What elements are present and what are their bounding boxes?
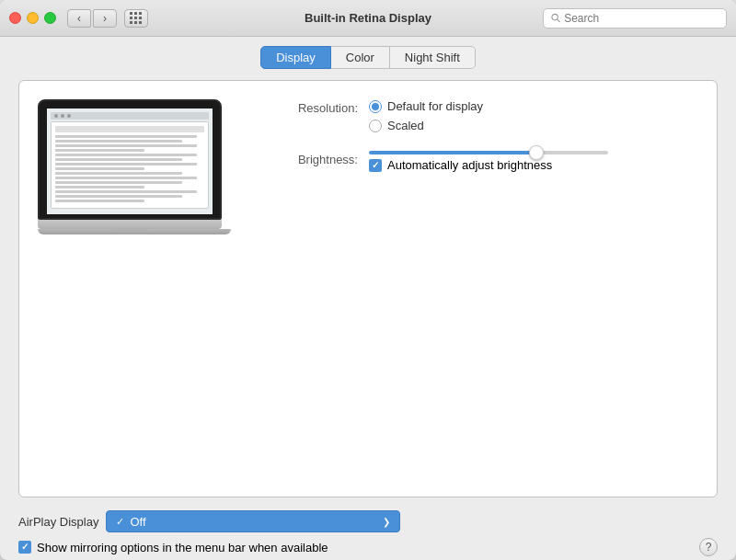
screen-window-bar [55, 126, 204, 132]
dropdown-arrow-icon: ❯ [383, 517, 390, 527]
forward-button[interactable]: › [93, 9, 117, 28]
forward-icon: › [103, 12, 107, 25]
close-button[interactable] [9, 12, 21, 24]
grid-menu-button[interactable] [124, 9, 148, 28]
laptop-screen-outer [38, 99, 222, 220]
window: ‹ › Built-in Retina Display Displ [0, 0, 736, 560]
screen-window [51, 121, 209, 209]
airplay-value: Off [130, 515, 377, 529]
nav-buttons: ‹ › [67, 9, 117, 28]
resolution-scaled-option[interactable]: Scaled [369, 119, 698, 132]
laptop-base [38, 220, 222, 229]
tab-bar: Display Color Night Shift [18, 46, 718, 69]
help-icon: ? [706, 541, 712, 554]
airplay-row: AirPlay Display ✓ Off ❯ [0, 505, 736, 534]
brightness-slider-track[interactable] [369, 151, 608, 154]
laptop-screen-inner [47, 109, 213, 214]
auto-brightness-checkbox[interactable]: ✓ [369, 159, 382, 172]
tab-display[interactable]: Display [260, 46, 331, 69]
checkmark-icon: ✓ [372, 161, 379, 170]
content-area: Display Color Night Shift [0, 37, 736, 505]
grid-icon [130, 12, 143, 25]
resolution-default-radio[interactable] [369, 100, 382, 113]
airplay-label: AirPlay Display [18, 515, 98, 529]
brightness-row [369, 151, 698, 154]
search-box[interactable] [543, 8, 727, 29]
svg-point-0 [552, 14, 558, 19]
auto-brightness-row[interactable]: ✓ Automatically adjust brightness [369, 158, 698, 172]
minimize-button[interactable] [27, 12, 39, 24]
bottom-section: AirPlay Display ✓ Off ❯ ✓ Show mirroring… [0, 505, 736, 560]
resolution-scaled-label: Scaled [387, 119, 424, 132]
back-icon: ‹ [77, 12, 81, 25]
panel-content: Resolution: Default for display Scaled [38, 99, 698, 234]
dropdown-checkmark-icon: ✓ [116, 516, 124, 528]
help-button[interactable]: ? [699, 538, 718, 556]
tab-color[interactable]: Color [331, 46, 390, 69]
laptop [38, 99, 222, 234]
mirror-checkmark-icon: ✓ [21, 543, 29, 552]
mirror-checkbox[interactable]: ✓ [18, 541, 31, 554]
auto-brightness-label: Automatically adjust brightness [387, 158, 552, 172]
screen-content [47, 109, 213, 214]
resolution-default-label: Default for display [387, 99, 483, 113]
brightness-label: Brightness: [268, 151, 369, 166]
settings-controls: Resolution: Default for display Scaled [268, 99, 698, 185]
resolution-scaled-radio[interactable] [369, 120, 382, 132]
search-icon [551, 13, 560, 23]
window-title: Built-in Retina Display [305, 11, 431, 25]
maximize-button[interactable] [44, 12, 56, 24]
main-panel: Resolution: Default for display Scaled [18, 80, 718, 497]
airplay-dropdown[interactable]: ✓ Off ❯ [106, 510, 400, 532]
brightness-control: ✓ Automatically adjust brightness [369, 151, 698, 172]
screen-text-lines [55, 135, 204, 202]
back-button[interactable]: ‹ [67, 9, 91, 28]
titlebar: ‹ › Built-in Retina Display [0, 0, 736, 37]
screen-menubar [51, 112, 209, 120]
brightness-setting: Brightness: ✓ Automat [268, 151, 698, 172]
search-input[interactable] [564, 12, 719, 25]
tab-nightshift[interactable]: Night Shift [390, 46, 476, 69]
radio-inner-dot [372, 103, 379, 110]
resolution-setting: Resolution: Default for display Scaled [268, 99, 698, 138]
resolution-label: Resolution: [268, 99, 369, 115]
svg-line-1 [558, 19, 559, 21]
resolution-control: Default for display Scaled [369, 99, 698, 138]
laptop-illustration [38, 99, 240, 234]
mirror-label: Show mirroring options in the menu bar w… [37, 541, 328, 554]
traffic-lights [9, 12, 56, 24]
mirror-bottom-row: ✓ Show mirroring options in the menu bar… [0, 534, 736, 560]
resolution-default-option[interactable]: Default for display [369, 99, 698, 113]
brightness-slider-thumb[interactable] [529, 145, 544, 160]
